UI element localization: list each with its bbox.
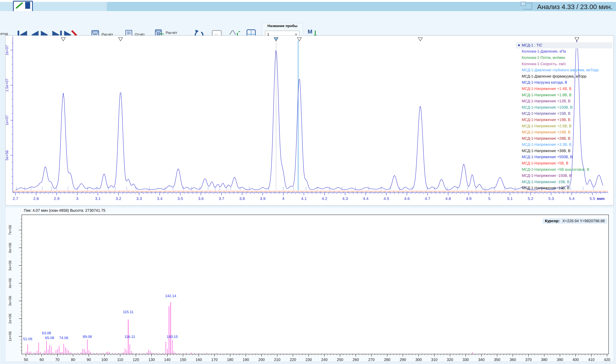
svg-text:220: 220 xyxy=(290,358,296,362)
method-button-partial[interactable]: етод xyxy=(0,32,8,36)
svg-text:90: 90 xyxy=(87,358,91,362)
cursor-label: Курсор: xyxy=(545,219,560,223)
legend-item[interactable]: МСД-1-Напряжение +2.5В, В xyxy=(516,123,612,129)
spectrum-peak-label: 65.08 xyxy=(45,336,54,340)
legend-item[interactable]: МСД-1-Напряжение +24В, В xyxy=(516,129,612,135)
svg-text:150: 150 xyxy=(180,358,186,362)
legend-item[interactable]: МСД-1-Напряжение -19В, В xyxy=(516,185,612,191)
svg-text:4.3: 4.3 xyxy=(342,196,348,201)
svg-text:2.9: 2.9 xyxy=(54,196,59,201)
legend-item-label: МСД-1-Напряжение +12В, В xyxy=(522,99,570,103)
legend-item-label: Колонка-1-Давление, кПа xyxy=(522,49,566,53)
cursor-readout: Курсор:X=226.94 Y=9820798.88 xyxy=(543,218,607,224)
legend-item-label: МСД-1-Напряжение +1.4В, В xyxy=(522,87,572,91)
svg-text:5.5: 5.5 xyxy=(589,196,595,201)
legend-item[interactable]: МСД-1-Напряжение -15В, В xyxy=(516,179,612,185)
svg-text:100: 100 xyxy=(101,358,108,362)
legend-item[interactable]: МСД-1-Нагрузка катода, В xyxy=(516,79,612,86)
svg-text:310: 310 xyxy=(431,358,437,362)
svg-text:1e+07: 1e+07 xyxy=(6,115,9,125)
legend-item-label: МСД-1-Напряжение +1.8В, В xyxy=(522,93,572,97)
legend-item[interactable]: МСД-1-Давление глубокого вакуума, мкТорр xyxy=(516,67,612,73)
legend-item-label: Колонка-1-Скорость, см/с xyxy=(522,62,566,66)
legend-item[interactable]: МСД-1-Напряжение +15В, В xyxy=(516,111,612,117)
svg-text:3e+06: 3e+06 xyxy=(8,296,12,306)
svg-text:мин: мин xyxy=(597,196,604,201)
legend-item[interactable]: МСД-1-Напряжение +550В, В xyxy=(516,154,612,160)
legend-item[interactable]: МСД-1-Давление форвакуума, мТорр xyxy=(516,73,612,79)
peak-marker[interactable] xyxy=(418,38,422,41)
legend-item[interactable]: МСД-1-Напряжение +150В, В xyxy=(516,104,612,111)
svg-text:1e+06: 1e+06 xyxy=(8,331,12,341)
edit-method-icon[interactable] xyxy=(13,1,33,12)
svg-text:...: ... xyxy=(215,31,218,36)
svg-text:5.1: 5.1 xyxy=(507,196,513,201)
spectrum-peak-label: 74.06 xyxy=(59,336,68,340)
legend-item[interactable]: МСД-1-Напряжение +19В, В xyxy=(516,117,612,123)
spectrum-peak-label: 89.08 xyxy=(83,335,92,339)
legend-item[interactable]: МСД-1-Напряжение +36В, В xyxy=(516,148,612,154)
legend-item[interactable]: Колонка-1-Давление, кПа xyxy=(516,48,612,55)
svg-text:390: 390 xyxy=(557,358,563,362)
legend-item-label: МСД-1-Напряжение +3.3В, В xyxy=(522,142,572,147)
svg-text:4.9: 4.9 xyxy=(466,196,472,201)
peak-marker[interactable] xyxy=(61,38,65,41)
svg-text:5.2: 5.2 xyxy=(528,196,533,201)
svg-text:5.4: 5.4 xyxy=(569,196,574,201)
chromatogram-panel: 2.72.82.933.13.23.33.43.53.63.73.83.944.… xyxy=(5,36,614,206)
legend-item[interactable]: МСД-1-Напряжение +1.4В, В xyxy=(516,86,612,92)
legend-item[interactable]: МСД-1-Напряжение +12В, В xyxy=(516,98,612,104)
legend-item[interactable]: МСД-1-Напряжение +5В аналоговое, В xyxy=(516,166,612,173)
legend-item[interactable]: МСД-1-Напряжение -150В, В xyxy=(516,172,612,179)
legend-item-label: МСД-1-Напряжение -150В, В xyxy=(522,173,572,178)
peak-marker[interactable] xyxy=(118,38,123,41)
spectrum-peak-label: 63.08 xyxy=(42,331,51,335)
svg-text:50: 50 xyxy=(24,358,28,362)
analysis-status: Анализ 4.33 / 23.00 мин. xyxy=(537,3,613,11)
svg-text:300: 300 xyxy=(415,358,422,362)
peak-marker[interactable] xyxy=(297,38,302,41)
svg-text:190: 190 xyxy=(243,358,249,362)
legend-item[interactable]: МСД-1-Напряжение +28В, В xyxy=(516,135,612,142)
svg-text:240: 240 xyxy=(321,358,327,362)
svg-text:4.8: 4.8 xyxy=(445,196,451,201)
spectrum-panel: Пик: 4.07 мин (скан #858) Высота: 273074… xyxy=(5,207,614,362)
cursor-value: X=226.94 Y=9820798.88 xyxy=(562,219,605,223)
legend-item[interactable]: МСД-1 : TIC xyxy=(516,42,612,48)
spectrum-peak-label: 142.14 xyxy=(165,294,176,298)
svg-text:420: 420 xyxy=(604,358,610,362)
legend-item-label: МСД-1 : TIC xyxy=(522,43,542,47)
legend-item-label: Колонка-1-Поток, мл/мин xyxy=(522,55,565,60)
toolbar: етод Расчёт xyxy=(0,11,616,35)
legend-item[interactable]: Колонка-1-Поток, мл/мин xyxy=(516,54,612,61)
svg-text:5e+06: 5e+06 xyxy=(8,260,12,271)
svg-text:130: 130 xyxy=(148,358,155,362)
svg-text:290: 290 xyxy=(400,358,406,362)
svg-text:280: 280 xyxy=(384,358,390,362)
pencil-icon xyxy=(15,2,24,9)
legend-item[interactable]: МСД-1-Напряжение +5В, В xyxy=(516,160,612,166)
svg-text:370: 370 xyxy=(525,358,532,362)
legend-item-label: МСД-1-Напряжение +15В, В xyxy=(522,111,570,116)
svg-text:6e+06: 6e+06 xyxy=(8,243,12,253)
svg-text:260: 260 xyxy=(353,358,359,362)
spectrum-peak-label: 143.15 xyxy=(167,335,178,339)
legend-item[interactable]: МСД-1-Напряжение +1.8В, В xyxy=(516,92,612,98)
svg-text:160: 160 xyxy=(196,358,202,362)
peak-marker[interactable] xyxy=(274,38,278,41)
svg-text:7e+06: 7e+06 xyxy=(8,225,12,235)
legend-item-label: МСД-1-Давление форвакуума, мТорр xyxy=(522,74,587,78)
svg-text:3.8: 3.8 xyxy=(239,196,245,201)
svg-text:80: 80 xyxy=(71,358,75,362)
legend-item[interactable]: Колонка-1-Скорость, см/с xyxy=(516,61,612,67)
spectrum-peak-label: 115.11 xyxy=(123,310,133,314)
window-layout-icon[interactable] xyxy=(523,3,532,10)
svg-text:210: 210 xyxy=(274,358,280,362)
svg-text:3.1: 3.1 xyxy=(95,196,100,201)
svg-text:120: 120 xyxy=(133,358,139,362)
legend-item[interactable]: МСД-1-Напряжение +3.3В, В xyxy=(516,142,612,148)
peak-marker[interactable] xyxy=(575,38,579,41)
legend-item-label: МСД-1-Напряжение -19В, В xyxy=(522,186,569,190)
sample-name-label: Название пробы xyxy=(262,24,303,28)
mass-spectrum-plot[interactable]: 1e+062e+063e+064e+065e+066e+067e+0650607… xyxy=(6,207,614,362)
